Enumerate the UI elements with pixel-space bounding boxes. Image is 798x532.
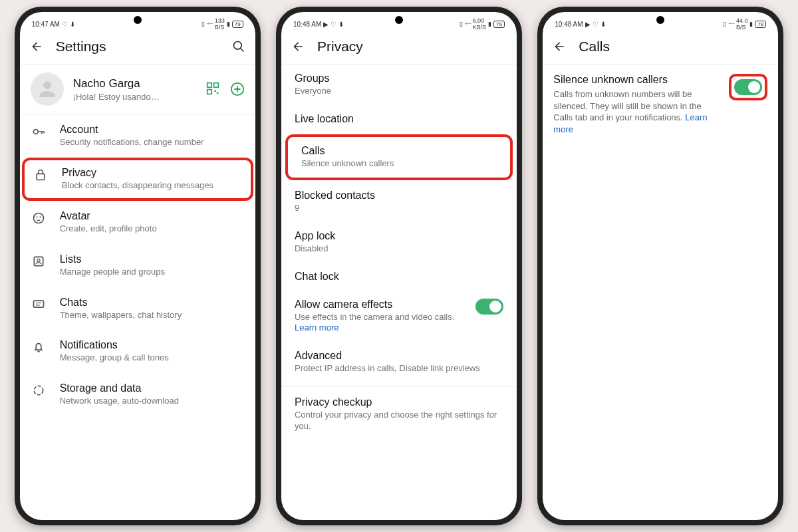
item-title: App lock — [295, 230, 503, 242]
heart-icon: ♡ — [331, 21, 336, 28]
search-icon — [232, 40, 245, 53]
profile-row[interactable]: Nacho Garga ¡Hola! Estoy usando… — [20, 65, 255, 114]
svg-point-11 — [33, 130, 38, 134]
app-bar: Privacy — [281, 32, 517, 65]
download-icon: ⬇ — [600, 21, 606, 28]
svg-rect-6 — [214, 90, 216, 92]
settings-item-account[interactable]: Account Security notifications, change n… — [20, 114, 255, 158]
learn-more-link[interactable]: Learn more — [295, 323, 338, 332]
settings-item-notifications[interactable]: Notifications Message, group & call tone… — [20, 330, 255, 373]
item-title: Privacy — [62, 167, 243, 179]
item-sub: Disabled — [295, 243, 503, 255]
item-desc: Calls from unknown numbers will be silen… — [553, 88, 721, 135]
item-title: Live location — [295, 113, 503, 125]
item-sub: Security notifications, change number — [60, 137, 245, 148]
qr-button[interactable] — [206, 82, 221, 96]
svg-point-2 — [43, 81, 51, 89]
item-title: Chat lock — [295, 271, 503, 283]
camera-notch — [134, 16, 142, 24]
volte-icon: ▯ — [201, 21, 205, 27]
privacy-item-checkup[interactable]: Privacy checkup Control your privacy and… — [281, 386, 517, 440]
svg-rect-21 — [33, 301, 43, 307]
net-speed: 133B/S — [215, 17, 225, 31]
privacy-item-live-location[interactable]: Live location — [281, 105, 517, 133]
privacy-item-camera-effects[interactable]: Allow camera effects Use effects in the … — [281, 291, 517, 342]
svg-point-0 — [233, 42, 241, 50]
qr-icon — [206, 82, 219, 95]
phone-frame-2: 10:48 AM ▶ ♡ ⬇ ▯ ⬳ 6.00KB/S ▮ 78 Privacy… — [276, 7, 522, 525]
profile-status: ¡Hola! Estoy usando… — [73, 92, 197, 102]
settings-item-chats[interactable]: Chats Theme, wallpapers, chat history — [20, 287, 255, 331]
arrow-left-icon — [30, 40, 43, 53]
item-sub: Network usage, auto-download — [60, 396, 245, 407]
settings-item-avatar[interactable]: Avatar Create, edit, profile photo — [20, 201, 255, 244]
item-title: Blocked contacts — [295, 190, 503, 201]
silence-callers-toggle[interactable] — [734, 79, 762, 95]
phone-frame-3: 10:48 AM ▶ ♡ ⬇ ▯ ⬳ 44.0B/S ▮ 78 Calls Si — [537, 7, 783, 525]
item-sub: Everyone — [295, 86, 503, 97]
svg-rect-3 — [207, 83, 211, 88]
clock: 10:48 AM — [293, 21, 321, 28]
back-button[interactable] — [291, 39, 305, 54]
item-title: Notifications — [60, 339, 245, 351]
arrow-left-icon — [553, 40, 566, 53]
signal-icon: ▮ — [227, 21, 230, 27]
heart-icon: ♡ — [62, 21, 68, 28]
item-title: Advanced — [295, 350, 503, 362]
page-title: Calls — [579, 39, 769, 55]
plus-circle-icon — [230, 82, 245, 96]
silence-unknown-callers-row: Silence unknown callers Calls from unkno… — [543, 65, 778, 142]
battery-icon: 78 — [755, 21, 766, 28]
item-sub: Silence unknown callers — [301, 158, 497, 170]
person-icon — [35, 77, 59, 101]
settings-item-lists[interactable]: Lists Manage people and groups — [20, 244, 255, 287]
wifi-icon: ⬳ — [465, 21, 471, 27]
settings-item-privacy[interactable]: Privacy Block contacts, disappearing mes… — [22, 158, 253, 201]
privacy-item-blocked[interactable]: Blocked contacts 9 — [281, 182, 517, 222]
back-button[interactable] — [29, 39, 44, 54]
item-sub: Protect IP address in calls, Disable lin… — [295, 363, 503, 374]
item-title: Allow camera effects — [295, 299, 467, 311]
privacy-item-calls[interactable]: Calls Silence unknown callers — [285, 134, 513, 180]
item-title: Storage and data — [60, 382, 245, 394]
svg-rect-5 — [207, 90, 211, 94]
item-sub: Message, group & call tones — [60, 352, 245, 364]
item-sub: Block contacts, disappearing messages — [62, 180, 243, 192]
privacy-item-chatlock[interactable]: Chat lock — [281, 263, 517, 291]
svg-rect-4 — [213, 83, 218, 88]
item-title: Chats — [60, 297, 245, 309]
item-title: Groups — [295, 72, 503, 84]
camera-notch — [395, 16, 403, 24]
signal-icon: ▮ — [749, 21, 753, 27]
item-title: Silence unknown callers — [553, 74, 721, 86]
net-speed: 6.00KB/S — [473, 17, 487, 31]
item-sub: 9 — [295, 203, 503, 214]
privacy-item-advanced[interactable]: Advanced Protect IP address in calls, Di… — [281, 342, 517, 382]
svg-point-18 — [39, 216, 41, 217]
privacy-item-applock[interactable]: App lock Disabled — [281, 222, 517, 263]
bell-icon — [31, 339, 47, 364]
download-icon: ⬇ — [70, 21, 75, 28]
avatar — [31, 72, 64, 106]
svg-point-17 — [36, 216, 37, 217]
svg-point-16 — [33, 213, 43, 223]
camera-effects-toggle[interactable] — [475, 299, 503, 315]
wifi-icon: ⬳ — [728, 21, 734, 27]
page-title: Settings — [56, 39, 219, 55]
face-icon — [31, 210, 47, 235]
toggle-highlight — [729, 74, 767, 100]
search-button[interactable] — [231, 39, 246, 54]
key-icon — [31, 124, 47, 148]
privacy-item-groups[interactable]: Groups Everyone — [281, 65, 517, 105]
item-title: Lists — [60, 253, 245, 265]
settings-item-storage[interactable]: Storage and data Network usage, auto-dow… — [20, 373, 255, 416]
svg-rect-15 — [37, 174, 45, 180]
back-button[interactable] — [552, 39, 567, 54]
item-sub: Use effects in the camera and video call… — [295, 312, 467, 334]
battery-icon: 78 — [493, 21, 505, 28]
item-sub: Create, edit, profile photo — [60, 223, 245, 235]
chat-icon — [31, 297, 47, 321]
item-title: Avatar — [60, 210, 245, 222]
app-bar: Calls — [543, 32, 778, 65]
add-button[interactable] — [230, 82, 245, 96]
